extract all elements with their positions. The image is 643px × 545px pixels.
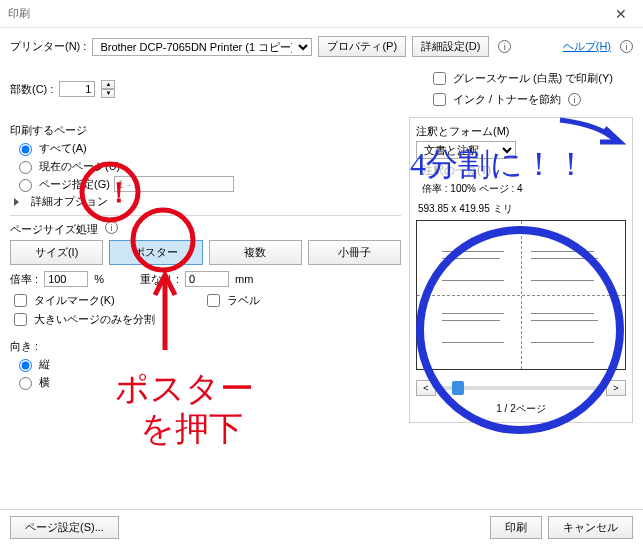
chevron-right-icon <box>14 198 23 206</box>
tilemarks-check[interactable]: タイルマーク(K) ラベル <box>10 291 401 310</box>
spinner-up-icon[interactable]: ▲ <box>101 80 115 89</box>
next-page-button[interactable]: > <box>606 380 626 396</box>
info-icon[interactable]: i <box>498 40 511 53</box>
range-current[interactable]: 現在のページ(U) <box>14 158 401 174</box>
orient-portrait[interactable]: 縦 <box>14 356 401 372</box>
scale-input[interactable] <box>44 271 88 287</box>
advanced-button[interactable]: 詳細設定(D) <box>412 36 489 57</box>
comments-title: 注釈とフォーム(M) <box>416 124 626 139</box>
pages-input <box>114 176 234 192</box>
copies-row: 部数(C) : ▲ ▼ グレースケール (白黒) で印刷(Y) インク / トナ… <box>10 69 633 109</box>
orient-landscape[interactable]: 横 <box>14 374 401 390</box>
copies-spinner[interactable]: ▲ ▼ <box>101 80 115 98</box>
titlebar: 印刷 ✕ <box>0 0 643 28</box>
help-link[interactable]: ヘルプ(H) <box>563 39 611 54</box>
page-setup-button[interactable]: ページ設定(S)... <box>10 516 119 539</box>
multiple-button[interactable]: 複数 <box>209 240 302 265</box>
savetoner-info-icon[interactable]: i <box>568 93 581 106</box>
grayscale-check[interactable]: グレースケール (白黒) で印刷(Y) <box>429 69 613 88</box>
savetoner-checkbox[interactable] <box>433 93 446 106</box>
size-handling-info-icon[interactable]: i <box>105 221 118 234</box>
orientation-title: 向き : <box>10 339 401 354</box>
scale-label: 倍率 : <box>10 272 38 287</box>
slider-thumb[interactable] <box>452 381 464 395</box>
print-button[interactable]: 印刷 <box>490 516 542 539</box>
size-button[interactable]: サイズ(I) <box>10 240 103 265</box>
properties-button[interactable]: プロパティ(P) <box>318 36 406 57</box>
summarize-comments: 注釈の一覧(T) <box>422 164 491 176</box>
printer-label: プリンター(N) : <box>10 39 86 54</box>
preview-dimensions: 593.85 x 419.95 ミリ <box>418 202 626 216</box>
poster-button[interactable]: ポスター <box>109 240 202 265</box>
copies-input[interactable] <box>59 81 95 97</box>
print-range-title: 印刷するページ <box>10 123 401 138</box>
split-large-check[interactable]: 大きいページのみを分割 <box>10 310 401 329</box>
spinner-down-icon[interactable]: ▼ <box>101 89 115 98</box>
savetoner-check[interactable]: インク / トナーを節約 i <box>429 90 613 109</box>
size-handling-title: ページサイズ処理 <box>10 222 401 237</box>
window-title: 印刷 <box>8 6 30 21</box>
preview-panel: 注釈とフォーム(M) 文書と注釈 注釈の一覧(T) 倍率 : 100% ページ … <box>409 117 633 423</box>
prev-page-button[interactable]: < <box>416 380 436 396</box>
grayscale-checkbox[interactable] <box>433 72 446 85</box>
booklet-button[interactable]: 小冊子 <box>308 240 401 265</box>
zoom-info: 倍率 : 100% ページ : 4 <box>422 182 626 196</box>
printer-row: プリンター(N) : Brother DCP-7065DN Printer (1… <box>10 36 633 57</box>
help-info-icon[interactable]: i <box>620 40 633 53</box>
cancel-button[interactable]: キャンセル <box>548 516 633 539</box>
comments-select[interactable]: 文書と注釈 <box>416 141 516 159</box>
more-options[interactable]: 詳細オプション <box>14 194 401 209</box>
copies-label: 部数(C) : <box>10 82 53 97</box>
printer-select[interactable]: Brother DCP-7065DN Printer (1 コピー) <box>92 38 312 56</box>
overlap-input[interactable] <box>185 271 229 287</box>
preview-box <box>416 220 626 370</box>
page-slider[interactable] <box>442 386 600 390</box>
range-all[interactable]: すべて(A) <box>14 140 401 156</box>
labels-checkbox[interactable] <box>207 294 220 307</box>
close-icon[interactable]: ✕ <box>607 6 635 22</box>
overlap-label: 重なり : <box>140 272 179 287</box>
footer: ページ設定(S)... 印刷 キャンセル <box>0 509 643 545</box>
page-indicator: 1 / 2ページ <box>416 402 626 416</box>
range-pages[interactable]: ページ指定(G) <box>14 176 401 192</box>
